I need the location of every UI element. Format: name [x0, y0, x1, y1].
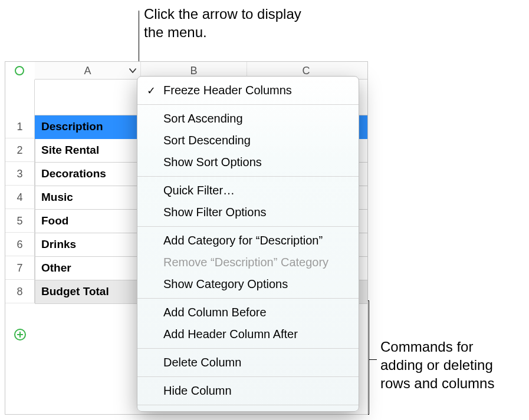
menu-sort-asc-label: Sort Ascending	[163, 112, 243, 125]
menu-sort-desc-label: Sort Descending	[163, 134, 251, 147]
menu-add-before-label: Add Column Before	[163, 306, 267, 319]
row-header-3-label: 3	[17, 168, 22, 180]
cell-a3-text: Decorations	[41, 167, 106, 180]
menu-add-category[interactable]: Add Category for “Description”	[137, 230, 359, 252]
menu-quick-filter[interactable]: Quick Filter…	[137, 180, 359, 201]
cell-a5-text: Food	[41, 214, 68, 227]
menu-filter-opts-label: Show Filter Options	[163, 206, 267, 219]
row-header-8[interactable]: 8	[5, 280, 35, 303]
menu-remove-category: Remove “Description” Category	[137, 252, 359, 273]
row-header-8-label: 8	[17, 286, 22, 297]
row-header-7[interactable]: 7	[5, 256, 35, 280]
menu-sort-descending[interactable]: Sort Descending	[137, 130, 359, 151]
menu-remove-cat-label: Remove “Description” Category	[163, 256, 328, 269]
cell-a3[interactable]: Decorations	[35, 162, 142, 186]
menu-separator	[137, 176, 359, 177]
menu-delete-label: Delete Column	[163, 356, 241, 369]
row-header-4-label: 4	[17, 191, 22, 203]
menu-delete-column[interactable]: Delete Column	[137, 352, 359, 373]
menu-hide-column[interactable]: Hide Column	[137, 380, 359, 402]
menu-cat-opts-label: Show Category Options	[163, 277, 288, 290]
cell-a5[interactable]: Food	[35, 209, 142, 233]
cell-a7[interactable]: Other	[35, 256, 142, 280]
cell-a2[interactable]: Site Rental	[35, 138, 142, 162]
menu-add-column-before[interactable]: Add Column Before	[137, 302, 359, 323]
cell-a4[interactable]: Music	[35, 186, 142, 209]
cell-a8[interactable]: Budget Total	[35, 280, 142, 303]
callout-right-text-2: adding or deleting	[380, 357, 493, 373]
row-header-4[interactable]: 4	[5, 186, 35, 209]
chevron-down-icon[interactable]	[129, 67, 137, 75]
menu-sort-ascending[interactable]: Sort Ascending	[137, 108, 359, 130]
cell-a1[interactable]: Description	[35, 115, 142, 138]
menu-freeze-header-columns[interactable]: ✓ Freeze Header Columns	[137, 80, 359, 101]
row-header-6-label: 6	[17, 239, 22, 250]
menu-sort-opts-label: Show Sort Options	[163, 156, 262, 168]
callout-right-text-1: Commands for	[380, 339, 473, 355]
row-header-5[interactable]: 5	[5, 209, 35, 233]
menu-add-after-label: Add Header Column After	[163, 328, 298, 340]
svg-point-0	[15, 67, 24, 75]
menu-quick-filter-label: Quick Filter…	[163, 184, 235, 197]
column-header-a[interactable]: A	[35, 62, 141, 79]
menu-separator	[137, 298, 359, 299]
cell-a8-text: Budget Total	[41, 285, 109, 297]
row-header-5-label: 5	[17, 215, 22, 227]
row-header-3[interactable]: 3	[5, 162, 35, 186]
cell-a1-text: Description	[41, 120, 103, 133]
menu-freeze-label: Freeze Header Columns	[163, 84, 292, 97]
callout-top: Click the arrow to display the menu.	[144, 5, 321, 41]
row-header-1[interactable]: 1	[5, 115, 35, 138]
table-corner-handle[interactable]	[8, 64, 31, 77]
row-header-spacer	[5, 80, 35, 115]
callout-top-text: Click the arrow to display the menu.	[144, 6, 301, 40]
menu-add-cat-label: Add Category for “Description”	[163, 234, 323, 247]
cell-a2-text: Site Rental	[41, 144, 99, 156]
menu-separator	[137, 405, 359, 405]
column-header-b-label: B	[190, 65, 197, 77]
column-header-a-label: A	[84, 65, 91, 77]
menu-add-header-column-after[interactable]: Add Header Column After	[137, 323, 359, 345]
menu-separator	[137, 376, 359, 377]
cell-a7-text: Other	[41, 262, 71, 274]
cell-a6-text: Drinks	[41, 238, 76, 250]
checkmark-icon: ✓	[147, 83, 156, 97]
menu-separator	[137, 348, 359, 349]
column-context-menu: ✓ Freeze Header Columns Sort Ascending S…	[137, 76, 359, 412]
callout-right: Commands for adding or deleting rows and…	[380, 338, 528, 393]
menu-hide-label: Hide Column	[163, 384, 232, 397]
menu-show-category-options[interactable]: Show Category Options	[137, 273, 359, 295]
row-headers: 1 2 3 4 5 6 7 8	[5, 80, 35, 303]
row-header-6[interactable]: 6	[5, 233, 35, 256]
row-header-2[interactable]: 2	[5, 138, 35, 162]
menu-show-filter-options[interactable]: Show Filter Options	[137, 201, 359, 223]
callout-right-bracket-v	[369, 300, 369, 415]
column-header-c-label: C	[303, 65, 310, 77]
menu-separator	[137, 226, 359, 227]
row-header-7-label: 7	[17, 262, 22, 274]
cell-a4-text: Music	[41, 191, 73, 203]
row-header-1-label: 1	[17, 121, 22, 133]
menu-show-sort-options[interactable]: Show Sort Options	[137, 151, 359, 173]
add-row-handle[interactable]	[14, 328, 27, 341]
cell-a6[interactable]: Drinks	[35, 233, 142, 256]
row-header-2-label: 2	[17, 144, 22, 156]
callout-right-bracket-arm	[369, 359, 377, 360]
menu-separator	[137, 104, 359, 105]
callout-right-text-3: rows and columns	[380, 375, 494, 391]
callout-top-line	[139, 11, 139, 70]
